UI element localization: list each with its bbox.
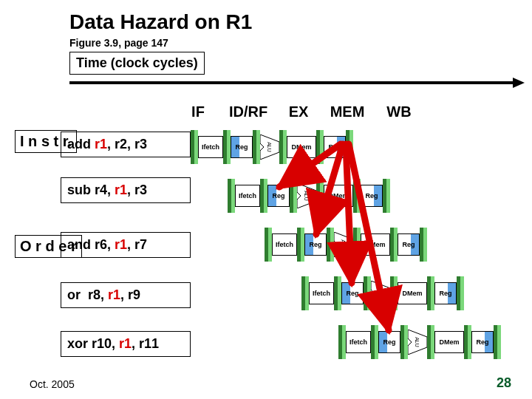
stage-box-ifetch: Ifetch xyxy=(346,331,371,353)
timeline-arrow-icon xyxy=(69,78,525,88)
operands: , r11 xyxy=(132,336,159,351)
stage-wb: WB xyxy=(375,103,419,120)
stage-box-reg-write: Reg xyxy=(398,233,420,256)
pipeline-latch-icon xyxy=(427,325,434,359)
pipeline-latch-icon xyxy=(371,325,378,359)
pipeline-latch-icon xyxy=(364,276,371,310)
pipeline-latch-icon xyxy=(346,130,353,164)
pipeline-stage-header: IF ID/RF EX MEM WB xyxy=(181,103,419,120)
pipeline-latch-icon xyxy=(316,179,324,213)
op: add xyxy=(67,137,91,151)
pipeline-latch-icon xyxy=(420,228,427,262)
pipeline-latch-icon xyxy=(290,179,297,213)
pipeline-row: IfetchRegALUDMemReg xyxy=(338,324,501,360)
pipeline-latch-icon xyxy=(316,130,324,164)
pipeline-row: IfetchRegALUDMemReg xyxy=(228,178,390,214)
stage-box-dmem: DMem xyxy=(434,331,464,353)
instruction-row: or r8, r1, r9 xyxy=(61,282,191,308)
pipeline-latch-icon xyxy=(338,325,346,359)
slide-number: 28 xyxy=(497,375,511,391)
pipeline-latch-icon xyxy=(457,276,464,310)
alu-icon: ALU xyxy=(371,281,390,306)
stage-box-dmem: DMem xyxy=(398,282,427,304)
pipeline-latch-icon xyxy=(265,228,272,262)
instruction-row: and r6, r1, r7 xyxy=(61,232,191,258)
stage-if: IF xyxy=(181,103,215,120)
stage-box-reg-read: Reg xyxy=(267,185,290,207)
pipeline-latch-icon xyxy=(390,228,398,262)
operands: , r3 xyxy=(127,183,147,197)
pipeline-latch-icon xyxy=(494,325,501,359)
pipeline-latch-icon xyxy=(260,179,267,213)
pipeline-latch-icon xyxy=(228,179,235,213)
hazard-reg: r1 xyxy=(119,336,132,351)
pipeline-latch-icon xyxy=(301,276,309,310)
pipeline-latch-icon xyxy=(353,179,361,213)
stage-box-reg-read: Reg xyxy=(341,282,364,304)
stage-box-reg-read: Reg xyxy=(304,233,327,256)
operands: , r7 xyxy=(127,237,147,252)
stage-box-reg-read: Reg xyxy=(231,136,253,158)
stage-box-ifetch: Ifetch xyxy=(235,185,260,207)
stage-box-ifetch: Ifetch xyxy=(272,233,297,256)
pipeline-latch-icon xyxy=(427,276,434,310)
stage-mem: MEM xyxy=(316,103,375,120)
time-axis-label: Time (clock cycles) xyxy=(69,52,205,75)
alu-icon: ALU xyxy=(260,134,279,160)
op: xor xyxy=(67,336,88,351)
figure-reference: Figure 3.9, page 147 xyxy=(69,37,168,49)
stage-box-ifetch: Ifetch xyxy=(309,282,334,304)
stage-box-reg-write: Reg xyxy=(361,185,383,207)
stage-box-dmem: DMem xyxy=(287,136,316,158)
hazard-reg: r1 xyxy=(95,137,107,151)
pipeline-latch-icon xyxy=(390,276,398,310)
op: or xyxy=(67,287,81,302)
operands: r10, xyxy=(92,336,119,351)
stage-box-reg-write: Reg xyxy=(434,282,457,304)
operands: , r9 xyxy=(120,287,140,302)
operands: r4, xyxy=(95,183,115,197)
pipeline-latch-icon xyxy=(334,276,341,310)
operands: , r2, r3 xyxy=(107,137,147,151)
pipeline-row: IfetchRegALUDMemReg xyxy=(265,227,427,262)
pipeline-diagram: IfetchRegALUDMemRegIfetchRegALUDMemRegIf… xyxy=(191,129,531,373)
op: sub xyxy=(67,183,91,197)
slide-title: Data Hazard on R1 xyxy=(69,10,252,34)
pipeline-latch-icon xyxy=(191,130,198,164)
stage-box-reg-write: Reg xyxy=(471,331,494,353)
footer-date: Oct. 2005 xyxy=(30,378,75,390)
alu-icon: ALU xyxy=(297,183,316,208)
svg-text:ALU: ALU xyxy=(304,191,309,201)
svg-text:ALU: ALU xyxy=(341,239,346,250)
pipeline-latch-icon xyxy=(279,130,287,164)
svg-text:ALU: ALU xyxy=(378,288,383,299)
stage-box-dmem: DMem xyxy=(324,185,353,207)
hazard-reg: r1 xyxy=(115,183,127,197)
pipeline-latch-icon xyxy=(297,228,304,262)
pipeline-row: IfetchRegALUDMemReg xyxy=(301,276,464,311)
stage-box-reg-write: Reg xyxy=(324,136,346,158)
stage-box-reg-read: Reg xyxy=(378,331,400,353)
pipeline-latch-icon xyxy=(327,228,334,262)
pipeline-latch-icon xyxy=(223,130,231,164)
hazard-reg: r1 xyxy=(115,237,127,252)
stage-box-dmem: DMem xyxy=(361,233,390,256)
pipeline-row: IfetchRegALUDMemReg xyxy=(191,129,353,165)
operands: r6, xyxy=(95,237,115,252)
instruction-row: add r1, r2, r3 xyxy=(61,132,191,157)
svg-text:ALU: ALU xyxy=(267,142,272,152)
pipeline-latch-icon xyxy=(353,228,361,262)
svg-marker-1 xyxy=(513,78,525,88)
operands: r8, xyxy=(81,287,108,302)
alu-icon: ALU xyxy=(334,232,353,257)
hazard-reg: r1 xyxy=(108,287,120,302)
pipeline-latch-icon xyxy=(464,325,471,359)
stage-box-ifetch: Ifetch xyxy=(198,136,223,158)
op: and xyxy=(67,237,91,252)
instruction-row: sub r4, r1, r3 xyxy=(61,177,191,203)
pipeline-latch-icon xyxy=(400,325,408,359)
pipeline-latch-icon xyxy=(253,130,260,164)
instruction-row: xor r10, r1, r11 xyxy=(61,331,191,357)
stage-idrf: ID/RF xyxy=(215,103,282,120)
stage-ex: EX xyxy=(282,103,316,120)
